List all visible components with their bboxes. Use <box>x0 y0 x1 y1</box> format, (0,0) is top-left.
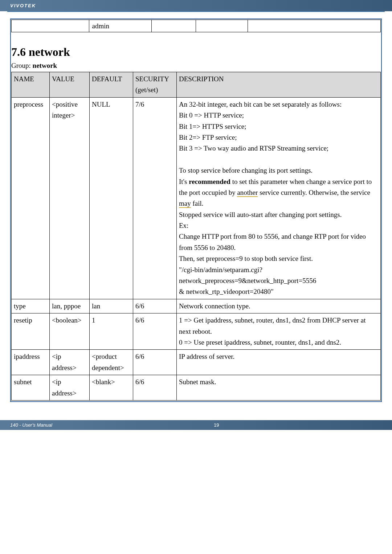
cell-name: preprocess <box>12 97 50 299</box>
table-row: ipaddress <ip address> <product dependen… <box>12 350 381 375</box>
cell-default: 1 <box>90 313 133 350</box>
cell-description: 1 => Get ipaddress, subnet, router, dns1… <box>177 313 381 350</box>
col-description: DESCRIPTION <box>177 72 381 98</box>
top-strip-admin: admin <box>89 20 152 32</box>
cell-default: <blank> <box>90 375 133 401</box>
group-label: Group: network <box>11 62 381 70</box>
cell-name: subnet <box>12 375 50 401</box>
cell-description: An 32-bit integer, each bit can be set s… <box>177 97 381 299</box>
col-default: DEFAULT <box>90 72 133 98</box>
brand-text: VIVOTEK <box>10 3 36 8</box>
cell-description: Network connection type. <box>177 299 381 313</box>
footer-page-number: 19 <box>214 422 219 428</box>
page-frame: admin 7.6 network Group: network NAME VA… <box>10 19 382 402</box>
col-name: NAME <box>12 72 50 98</box>
cell-description: Subnet mask. <box>177 375 381 401</box>
cell-name: type <box>12 299 50 313</box>
cell-security: 6/6 <box>133 299 177 313</box>
top-strip-row: admin <box>11 20 381 32</box>
cell-value: <positive integer> <box>50 97 90 299</box>
cell-description: IP address of server. <box>177 350 381 375</box>
cell-default: NULL <box>90 97 133 299</box>
col-security: SECURITY (get/set) <box>133 72 177 98</box>
parameters-table: NAME VALUE DEFAULT SECURITY (get/set) DE… <box>11 72 381 401</box>
cell-security: 6/6 <box>133 375 177 401</box>
footer-left: 140 - User's Manual <box>10 422 52 428</box>
col-value: VALUE <box>50 72 90 98</box>
cell-name: ipaddress <box>12 350 50 375</box>
cell-value: lan, pppoe <box>50 299 90 313</box>
cell-security: 7/6 <box>133 97 177 299</box>
cell-value: <ip address> <box>50 375 90 401</box>
cell-security: 6/6 <box>133 350 177 375</box>
table-row: subnet <ip address> <blank> 6/6 Subnet m… <box>12 375 381 401</box>
cell-security: 6/6 <box>133 313 177 350</box>
section-heading: 7.6 network <box>11 45 381 59</box>
table-header-row: NAME VALUE DEFAULT SECURITY (get/set) DE… <box>12 72 381 98</box>
cell-value: <ip address> <box>50 350 90 375</box>
table-row: type lan, pppoe lan 6/6 Network connecti… <box>12 299 381 313</box>
cell-value: <boolean> <box>50 313 90 350</box>
cell-name: resetip <box>12 313 50 350</box>
cell-default: lan <box>90 299 133 313</box>
table-row: resetip <boolean> 1 6/6 1 => Get ipaddre… <box>12 313 381 350</box>
table-row: admin <box>12 20 381 32</box>
table-row: preprocess <positive integer> NULL 7/6 A… <box>12 97 381 299</box>
page-footer: 140 - User's Manual 19 <box>0 420 392 430</box>
brand-header: VIVOTEK <box>0 0 392 11</box>
cell-default: <product dependent> <box>90 350 133 375</box>
header-rule <box>7 11 385 12</box>
